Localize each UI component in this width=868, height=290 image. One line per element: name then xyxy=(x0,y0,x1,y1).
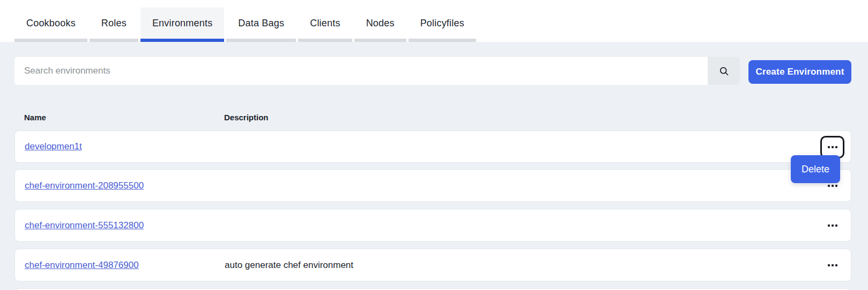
tab-cookbooks[interactable]: Cookbooks xyxy=(14,8,87,42)
environment-link[interactable]: chef-environment-208955500 xyxy=(25,180,144,191)
table-row: chef-environment-208955500 xyxy=(14,169,851,202)
search-button[interactable] xyxy=(708,57,740,85)
tab-roles[interactable]: Roles xyxy=(90,8,138,42)
tab-nodes[interactable]: Nodes xyxy=(354,8,406,42)
tab-list: Cookbooks Roles Environments Data Bags C… xyxy=(14,8,476,42)
tab-policyfiles[interactable]: Policyfiles xyxy=(409,8,476,42)
ellipsis-icon xyxy=(828,224,837,227)
column-header-name: Name xyxy=(24,113,224,122)
table-row: chef-environment-555132800 xyxy=(14,209,851,242)
tab-clients[interactable]: Clients xyxy=(298,8,352,42)
search-bar xyxy=(14,57,740,85)
ellipsis-icon xyxy=(828,264,837,266)
search-input[interactable] xyxy=(14,57,708,85)
ellipsis-icon xyxy=(828,146,837,148)
row-menu-button[interactable] xyxy=(820,214,844,237)
table-header: Name Description xyxy=(14,105,851,129)
environment-link[interactable]: chef-environment-49876900 xyxy=(25,260,139,271)
table-row: developmen1t Delete xyxy=(14,130,851,163)
column-header-description: Description xyxy=(224,113,842,122)
environment-link[interactable]: developmen1t xyxy=(25,141,82,152)
create-environment-button[interactable]: Create Environment xyxy=(748,60,851,84)
row-menu-popup: Delete xyxy=(791,155,840,183)
row-menu-button[interactable] xyxy=(820,254,844,277)
environment-description: auto generate chef environment xyxy=(225,260,841,271)
delete-menu-item[interactable]: Delete xyxy=(791,155,840,183)
environment-link[interactable]: chef-environment-555132800 xyxy=(25,220,144,231)
ellipsis-icon xyxy=(828,185,837,187)
search-icon xyxy=(718,66,730,77)
tab-environments[interactable]: Environments xyxy=(140,8,224,42)
tab-data-bags[interactable]: Data Bags xyxy=(226,8,296,42)
table-row: chef-environment-49876900 auto generate … xyxy=(14,249,851,281)
resource-tabs-bar: Cookbooks Roles Environments Data Bags C… xyxy=(0,0,868,42)
